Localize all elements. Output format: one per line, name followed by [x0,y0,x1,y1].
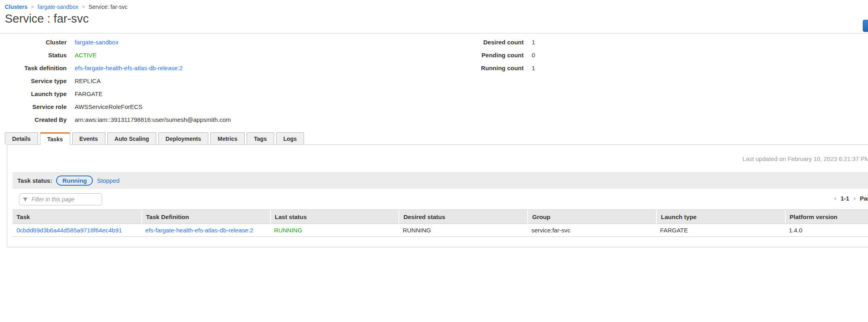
tab-logs[interactable]: Logs [276,132,304,144]
cutoff-primary-button[interactable] [863,20,868,32]
tab-deployments[interactable]: Deployments [158,132,208,144]
detail-label: Task definition [0,65,67,71]
created-by-value: arn:aws:iam::391311798816:user/sumesh@ap… [75,116,231,123]
breadcrumb-separator-icon: > [31,4,34,10]
detail-label: Desired count [404,39,524,46]
service-details-left: Cluster fargate-sandbox Status ACTIVE Ta… [0,36,231,126]
running-count-value: 1 [532,65,535,71]
detail-label: Pending count [404,52,524,59]
table-row: 0cbdd69d3b6a44d585a9718f64ec4b91 efs-far… [13,224,868,237]
title-divider [0,33,868,33]
detail-row-launch-type: Launch type FARGATE [0,87,231,100]
detail-row-service-role: Service role AWSServiceRoleForECS [0,100,231,113]
task-status-running-filter[interactable]: Running [56,176,93,186]
column-header-launch-type: Launch type [656,210,785,224]
detail-row-service-type: Service type REPLICA [0,74,231,87]
detail-label: Created By [0,116,67,123]
breadcrumb-separator-icon: > [82,4,85,10]
tab-metrics[interactable]: Metrics [210,132,245,144]
detail-label: Service role [0,103,67,110]
pagination-prev-icon[interactable]: ‹ [834,194,837,202]
detail-row-created-by: Created By arn:aws:iam::391311798816:use… [0,113,231,126]
page-title: Service : far-svc [5,12,89,25]
tasks-table-header: Task Task Definition Last status Desired… [13,209,868,224]
service-details-right: Desired count 1 Pending count 0 Running … [404,36,535,74]
cluster-link[interactable]: fargate-sandbox [75,39,118,46]
platform-version-cell: 1.4.0 [785,227,868,234]
tab-tags[interactable]: Tags [247,132,274,144]
last-status-cell: RUNNING [270,227,399,234]
filter-field [19,193,102,205]
pagination-next-icon[interactable]: › [853,194,856,202]
desired-count-value: 1 [532,39,535,46]
breadcrumb: Clusters > fargate-sandbox > Service: fa… [5,4,128,10]
breadcrumb-cluster-link[interactable]: fargate-sandbox [38,4,78,10]
desired-status-cell: RUNNING [398,227,527,234]
detail-row-pending-count: Pending count 0 [404,48,535,61]
detail-label: Running count [404,65,524,71]
launch-type-cell: FARGATE [656,227,785,234]
pagination-page-label: Pag [860,195,868,202]
column-header-last-status: Last status [270,210,399,224]
tasks-table: Task Task Definition Last status Desired… [13,209,868,237]
tab-events[interactable]: Events [72,132,105,144]
detail-label: Service type [0,77,67,84]
tab-bar: Details Tasks Events Auto Scaling Deploy… [5,132,304,144]
detail-row-running-count: Running count 1 [404,61,535,74]
filter-funnel-icon [23,197,28,202]
task-definition-cell-link[interactable]: efs-fargate-health-efs-atlas-db-release:… [141,227,270,234]
column-header-task-definition: Task Definition [141,210,270,224]
pending-count-value: 0 [532,52,535,59]
service-role-value: AWSServiceRoleForECS [75,103,143,110]
tab-details[interactable]: Details [5,132,38,144]
breadcrumb-clusters-link[interactable]: Clusters [5,4,27,10]
launch-type-value: FARGATE [75,90,103,97]
task-status-label: Task status: [17,177,52,184]
detail-row-desired-count: Desired count 1 [404,36,535,48]
pagination-range: 1-1 [841,195,849,202]
detail-row-cluster: Cluster fargate-sandbox [0,36,231,48]
service-type-value: REPLICA [75,77,101,84]
group-cell: service:far-svc [527,227,656,234]
column-header-desired-status: Desired status [398,210,527,224]
detail-row-task-definition: Task definition efs-fargate-health-efs-a… [0,61,231,74]
tasks-tab-panel: Last updated on February 10, 2023 6:21:3… [7,144,868,247]
detail-label: Status [0,52,67,59]
column-header-group: Group [527,210,656,224]
detail-label: Cluster [0,39,67,46]
task-definition-link[interactable]: efs-fargate-health-efs-atlas-db-release:… [75,65,183,71]
task-status-strip: Task status: Running Stopped [13,172,868,189]
filter-input[interactable] [19,193,102,205]
pagination: ‹ 1-1 › Pag [834,194,868,202]
task-status-stopped-filter[interactable]: Stopped [97,177,120,184]
last-updated-text: Last updated on February 10, 2023 6:21:3… [742,155,868,162]
detail-label: Launch type [0,90,67,97]
tab-auto-scaling[interactable]: Auto Scaling [107,132,157,144]
task-id-link[interactable]: 0cbdd69d3b6a44d585a9718f64ec4b91 [13,227,141,234]
column-header-task: Task [13,210,141,224]
service-status-value: ACTIVE [75,52,96,59]
tab-tasks[interactable]: Tasks [40,132,70,145]
column-header-platform-version: Platform version [785,210,868,224]
detail-row-status: Status ACTIVE [0,48,231,61]
breadcrumb-current: Service: far-svc [88,4,127,10]
